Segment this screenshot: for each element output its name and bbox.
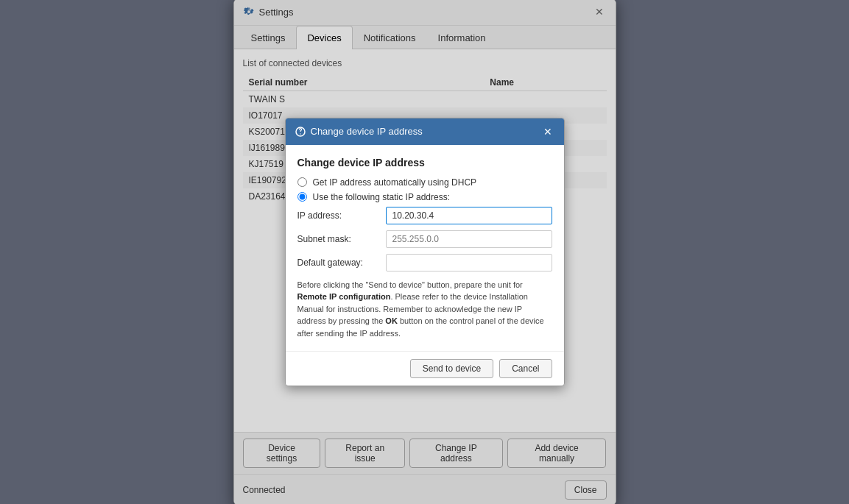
default-gateway-input[interactable] [386,254,552,271]
subnet-mask-label: Subnet mask: [297,234,386,244]
dialog-title-bar: Change device IP address ✕ [286,118,564,145]
radio-dhcp-label[interactable]: Get IP address automatically using DHCP [313,177,477,188]
info-text: Before clicking the "Send to device" but… [297,279,552,340]
ip-address-label: IP address: [297,210,386,221]
info-bold1: Remote IP configuration [297,292,391,301]
dialog-close-button[interactable]: ✕ [540,124,555,139]
radio-static-option: Use the following static IP address: [297,192,552,202]
dialog-heading: Change device IP address [297,157,552,168]
radio-static-label[interactable]: Use the following static IP address: [313,192,451,202]
svg-point-1 [300,133,300,134]
radio-dhcp-option: Get IP address automatically using DHCP [297,177,552,188]
settings-window: Settings ✕ Settings Devices Notification… [233,0,616,504]
info-before: Before clicking the "Send to device" but… [297,280,523,289]
radio-static[interactable] [297,192,307,202]
dialog-footer: Send to device Cancel [286,351,564,386]
subnet-mask-row: Subnet mask: [297,230,552,248]
radio-dhcp[interactable] [297,177,307,187]
change-ip-dialog: Change device IP address ✕ Change device… [285,118,565,387]
dialog-title-left: Change device IP address [295,126,423,138]
dialog-cancel-button[interactable]: Cancel [499,359,552,378]
dialog-body: Change device IP address Get IP address … [286,145,564,352]
ip-address-input[interactable] [386,207,552,224]
send-to-device-button[interactable]: Send to device [410,359,493,378]
dialog-overlay: Change device IP address ✕ Change device… [234,0,616,504]
dialog-icon [295,126,306,138]
default-gateway-label: Default gateway: [297,258,386,268]
ip-address-row: IP address: [297,207,552,224]
info-bold2: OK [385,316,398,325]
default-gateway-row: Default gateway: [297,254,552,271]
dialog-title-text: Change device IP address [311,126,423,137]
subnet-mask-input[interactable] [386,230,552,248]
